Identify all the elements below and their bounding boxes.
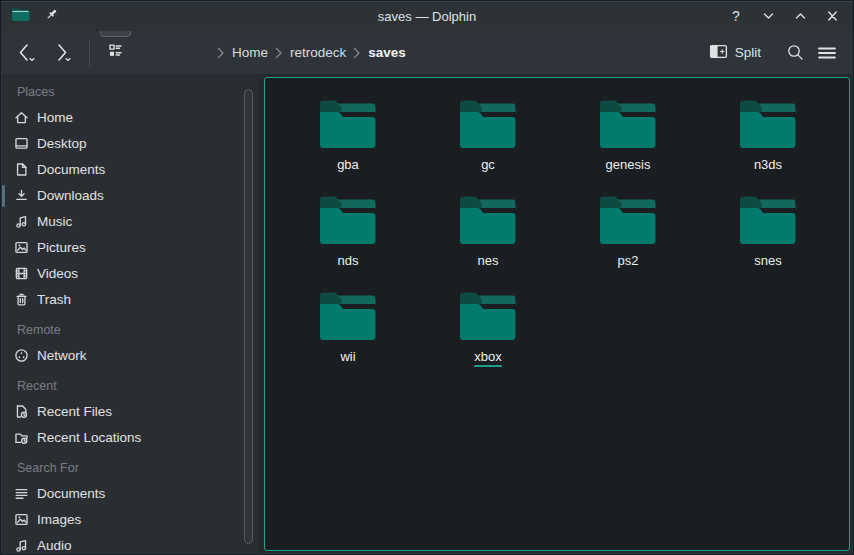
sidebar-item-recent-files[interactable]: Recent Files — [2, 398, 257, 424]
folder-label: nes — [478, 253, 499, 268]
folder-n3ds[interactable]: n3ds — [698, 98, 838, 194]
sidebar-item-recent-locations[interactable]: Recent Locations — [2, 424, 257, 450]
folder-label: n3ds — [754, 157, 782, 172]
search-icon[interactable] — [781, 39, 809, 67]
sidebar-item-label: Music — [37, 214, 72, 229]
forward-button[interactable] — [49, 40, 75, 66]
sidebar-item-label: Downloads — [37, 188, 104, 203]
sidebar-item-label: Recent Files — [37, 404, 112, 419]
chevron-right-icon — [217, 47, 225, 59]
sidebar-item-label: Audio — [37, 538, 72, 553]
folder-icon — [737, 98, 799, 150]
breadcrumb-home[interactable]: Home — [232, 45, 268, 60]
folder-label: gba — [337, 157, 359, 172]
text-lines-icon — [13, 485, 30, 502]
sidebar-item-label: Network — [37, 348, 87, 363]
folder-view[interactable]: gba gc genesis n3ds nds nes ps2 snes wii… — [264, 77, 850, 551]
folder-snes[interactable]: snes — [698, 194, 838, 290]
folder-genesis[interactable]: genesis — [558, 98, 698, 194]
pin-icon[interactable] — [44, 7, 59, 26]
image-icon — [13, 239, 30, 256]
split-button[interactable]: Split — [709, 43, 761, 63]
folder-icon — [457, 98, 519, 150]
sidebar-item-trash[interactable]: Trash — [2, 286, 257, 312]
sidebar-item-label: Home — [37, 110, 73, 125]
folder-clock-icon — [13, 429, 30, 446]
folder-ps2[interactable]: ps2 — [558, 194, 698, 290]
folder-label: snes — [754, 253, 781, 268]
image-icon — [13, 511, 30, 528]
music-note-icon — [13, 213, 30, 230]
folder-icon — [457, 290, 519, 342]
sidebar-item-documents[interactable]: Documents — [2, 480, 257, 506]
folder-label: ps2 — [618, 253, 639, 268]
network-globe-icon — [13, 347, 30, 364]
view-compact-icon — [107, 42, 124, 63]
sidebar-item-label: Documents — [37, 486, 105, 501]
download-icon — [13, 187, 30, 204]
sidebar-item-downloads[interactable]: Downloads — [2, 182, 257, 208]
music-note-icon — [13, 537, 30, 554]
document-icon — [13, 161, 30, 178]
trash-icon — [13, 291, 30, 308]
window-edge-marker — [2, 185, 5, 207]
sidebar-item-audio[interactable]: Audio — [2, 532, 257, 553]
breadcrumb: Homeretrodecksaves — [217, 45, 406, 60]
minimize-button[interactable] — [757, 6, 779, 26]
sidebar-item-label: Trash — [37, 292, 71, 307]
back-button[interactable] — [13, 40, 39, 66]
folder-icon — [737, 194, 799, 246]
toolbar-separator — [89, 40, 90, 66]
desktop-icon — [13, 135, 30, 152]
sidebar-section-search-for: Search For — [2, 456, 257, 480]
split-label: Split — [735, 45, 761, 60]
folder-icon — [597, 194, 659, 246]
titlebar[interactable]: saves — Dolphin ? — [1, 1, 853, 31]
maximize-button[interactable] — [789, 6, 811, 26]
sidebar-item-pictures[interactable]: Pictures — [2, 234, 257, 260]
breadcrumb-retrodeck[interactable]: retrodeck — [290, 45, 346, 60]
folder-nes[interactable]: nes — [418, 194, 558, 290]
sidebar-section-places: Places — [2, 80, 257, 104]
folder-gc[interactable]: gc — [418, 98, 558, 194]
sidebar-scrollbar[interactable] — [244, 89, 253, 544]
sidebar-item-desktop[interactable]: Desktop — [2, 130, 257, 156]
chevron-right-icon — [275, 47, 283, 59]
folder-label: nds — [338, 253, 359, 268]
folder-icon — [597, 98, 659, 150]
folder-icon — [317, 290, 379, 342]
folder-label: xbox — [474, 349, 501, 364]
dolphin-window: saves — Dolphin ? — [0, 0, 854, 555]
sidebar-section-recent: Recent — [2, 374, 257, 398]
toolbar: Homeretrodecksaves Split — [1, 31, 853, 74]
folder-gba[interactable]: gba — [278, 98, 418, 194]
breadcrumb-saves[interactable]: saves — [368, 45, 406, 60]
compact-view-button[interactable] — [100, 37, 131, 68]
folder-label: wii — [340, 349, 355, 364]
close-button[interactable] — [821, 6, 843, 26]
sidebar-item-network[interactable]: Network — [2, 342, 257, 368]
folder-wii[interactable]: wii — [278, 290, 418, 386]
sidebar-item-music[interactable]: Music — [2, 208, 257, 234]
sidebar-section-remote: Remote — [2, 318, 257, 342]
home-icon — [13, 109, 30, 126]
places-panel: Places Home Desktop Documents Downloads … — [2, 74, 257, 553]
sidebar-item-images[interactable]: Images — [2, 506, 257, 532]
folder-nds[interactable]: nds — [278, 194, 418, 290]
sidebar-item-label: Documents — [37, 162, 105, 177]
folder-xbox[interactable]: xbox — [418, 290, 558, 386]
folder-label: genesis — [606, 157, 651, 172]
hamburger-menu-icon[interactable] — [813, 39, 841, 67]
folder-icon — [317, 98, 379, 150]
sidebar-item-videos[interactable]: Videos — [2, 260, 257, 286]
sidebar-item-label: Desktop — [37, 136, 87, 151]
chevron-right-icon — [353, 47, 361, 59]
sidebar-item-documents[interactable]: Documents — [2, 156, 257, 182]
sidebar-item-home[interactable]: Home — [2, 104, 257, 130]
sidebar-item-label: Images — [37, 512, 81, 527]
help-button[interactable]: ? — [725, 6, 747, 26]
file-clock-icon — [13, 403, 30, 420]
app-folder-icon — [11, 6, 30, 26]
sidebar-item-label: Pictures — [37, 240, 86, 255]
sidebar-item-label: Videos — [37, 266, 78, 281]
